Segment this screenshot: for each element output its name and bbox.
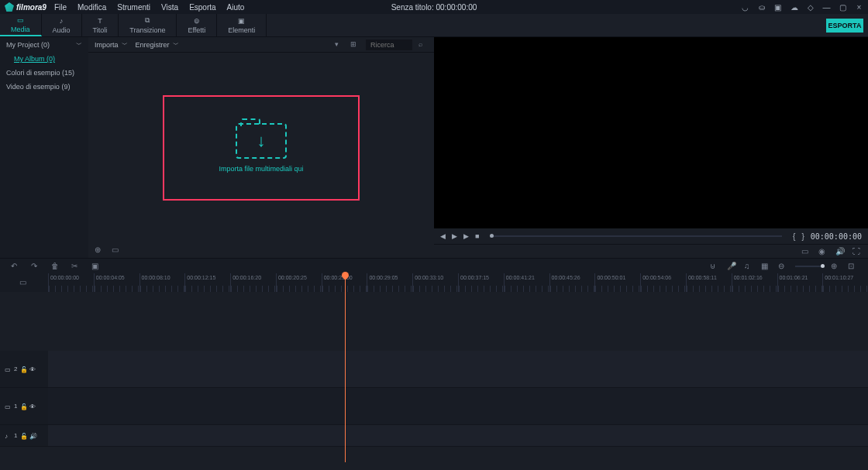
inbox-icon[interactable]: ▣ xyxy=(773,3,782,12)
sidebar-videos[interactable]: Video di esempio (9) xyxy=(0,80,88,94)
volume-icon[interactable]: 🔊 xyxy=(835,247,845,256)
bracket-right[interactable]: } xyxy=(801,232,804,241)
preview-panel: ◀ ▶ ▶ ■ { } 00:00:00:00 ▭ ◉ 🔊 ⛶ xyxy=(434,37,868,258)
tracks-area: ▭ 2 🔓 👁 ▭ 1 🔓 👁 ♪ 1 🔓 🔊 xyxy=(0,292,868,447)
tick: 00:00:37:15 xyxy=(458,273,504,292)
undo-icon[interactable]: ↶ xyxy=(11,262,20,271)
eye-icon[interactable]: 👁 xyxy=(29,366,36,372)
marker-icon[interactable]: ⊍ xyxy=(710,262,719,271)
tab-label: Elementi xyxy=(228,26,255,34)
lock-icon[interactable]: 🔓 xyxy=(20,433,26,439)
cloud-icon[interactable]: ☁ xyxy=(790,3,798,12)
video-track-2[interactable]: ▭ 2 🔓 👁 xyxy=(0,351,868,388)
transition-icon: ⧉ xyxy=(143,17,152,25)
eye-icon[interactable]: 👁 xyxy=(29,403,36,410)
track-body[interactable] xyxy=(48,388,868,424)
track-header: ▭ 2 🔓 👁 xyxy=(0,351,48,387)
zoom-in-icon[interactable]: ⊕ xyxy=(831,262,840,271)
menu-export[interactable]: Esporta xyxy=(189,3,215,12)
filter-icon[interactable]: ▾ xyxy=(335,40,344,50)
redo-icon[interactable]: ↷ xyxy=(31,262,40,271)
tab-elements[interactable]: ▣ Elementi xyxy=(217,14,267,36)
split-icon[interactable]: ✂ xyxy=(71,262,81,271)
sidebar-album[interactable]: My Album (0) xyxy=(0,52,88,66)
new-folder-icon[interactable]: ⊕ xyxy=(95,245,104,255)
playhead[interactable] xyxy=(345,273,346,462)
tick: 00:00:58:11 xyxy=(686,273,732,292)
tick: 00:00:08:10 xyxy=(140,273,185,292)
timeline-ruler[interactable]: ▭ 00:00:00:00 00:00:04:05 00:00:08:10 00… xyxy=(0,273,868,292)
tick: 00:01:10:27 xyxy=(822,273,868,292)
bracket-left[interactable]: { xyxy=(793,232,795,241)
track-body[interactable] xyxy=(48,351,868,387)
crop-icon[interactable]: ▣ xyxy=(91,262,101,271)
delete-icon[interactable]: 🗑 xyxy=(51,262,60,271)
lock-icon[interactable]: 🔓 xyxy=(20,366,26,372)
grid-icon[interactable]: ⊞ xyxy=(350,40,360,50)
snapshot-icon[interactable]: ◉ xyxy=(818,247,828,256)
zoom-out-icon[interactable]: ⊖ xyxy=(778,262,787,271)
video-track-1[interactable]: ▭ 1 🔓 👁 xyxy=(0,388,868,425)
tracks-icon[interactable]: ▭ xyxy=(19,278,29,287)
cart-icon[interactable]: ⛀ xyxy=(757,3,766,12)
tick: 00:01:02:16 xyxy=(732,273,777,292)
effects-icon: ⊚ xyxy=(192,17,202,25)
mixer-icon[interactable]: ♫ xyxy=(744,262,753,271)
menu-view[interactable]: Vista xyxy=(161,3,178,12)
bell-icon[interactable]: ◇ xyxy=(806,3,815,12)
export-button[interactable]: ESPORTA xyxy=(826,19,863,33)
video-icon: ▭ xyxy=(5,403,11,410)
media-toolbar: Importa﹀ Enregistrer﹀ ▾ ⊞ ⌕ xyxy=(88,37,434,53)
user-icon[interactable]: ◡ xyxy=(741,3,749,12)
track-body[interactable] xyxy=(48,425,868,446)
maximize-icon[interactable]: ▢ xyxy=(839,3,847,12)
preview-screen[interactable] xyxy=(434,37,868,228)
preview-slider[interactable] xyxy=(490,235,782,237)
monitor-icon[interactable]: ▭ xyxy=(801,247,811,256)
stop-button[interactable]: ■ xyxy=(475,232,479,240)
audio-icon: ♪ xyxy=(5,433,11,439)
tab-effects[interactable]: ⊚ Effetti xyxy=(177,14,217,36)
tab-media[interactable]: ▭ Media xyxy=(0,14,42,36)
render-icon[interactable]: ▦ xyxy=(761,262,770,271)
menu-help[interactable]: Aiuto xyxy=(227,3,245,12)
media-drop-area[interactable]: ↓ Importa file multimediali qui xyxy=(88,53,434,242)
zoom-fit-icon[interactable]: ⊡ xyxy=(848,262,857,271)
preview-tools: ▭ ◉ 🔊 ⛶ xyxy=(434,244,868,258)
logo-text: filmora9 xyxy=(16,3,46,12)
tab-transition[interactable]: ⧉ Transizione xyxy=(119,14,177,36)
mic-icon[interactable]: 🎤 xyxy=(727,262,736,271)
tick: 00:00:16:20 xyxy=(230,273,276,292)
minimize-icon[interactable]: — xyxy=(822,3,831,12)
menu-edit[interactable]: Modifica xyxy=(78,3,106,12)
play-button[interactable]: ▶ xyxy=(452,232,457,240)
mute-icon[interactable]: 🔊 xyxy=(29,433,36,439)
folder-icon: ▭ xyxy=(16,16,25,24)
ruler-ticks[interactable]: 00:00:00:00 00:00:04:05 00:00:08:10 00:0… xyxy=(48,273,868,292)
sidebar-project[interactable]: My Project (0)﹀ xyxy=(0,37,88,52)
close-icon[interactable]: × xyxy=(855,3,863,12)
folder-open-icon[interactable]: ▭ xyxy=(112,245,121,255)
record-dropdown[interactable]: Enregistrer﹀ xyxy=(136,40,179,49)
import-dropdown[interactable]: Importa﹀ xyxy=(95,40,128,49)
sidebar-colors[interactable]: Colori di esempio (15) xyxy=(0,66,88,80)
fullscreen-icon[interactable]: ⛶ xyxy=(852,247,862,256)
main-menu: File Modifica Strumenti Vista Esporta Ai… xyxy=(54,3,245,12)
audio-track-1[interactable]: ♪ 1 🔓 🔊 xyxy=(0,425,868,447)
titlebar: filmora9 File Modifica Strumenti Vista E… xyxy=(0,0,868,14)
next-button[interactable]: ▶ xyxy=(463,232,469,240)
track-header: ♪ 1 🔓 🔊 xyxy=(0,425,48,446)
tab-label: Audio xyxy=(53,26,71,34)
search-input[interactable] xyxy=(366,39,412,50)
tick: 00:00:54:06 xyxy=(640,273,686,292)
lock-icon[interactable]: 🔓 xyxy=(20,403,26,410)
menu-tools[interactable]: Strumenti xyxy=(117,3,150,12)
prev-button[interactable]: ◀ xyxy=(440,232,446,240)
arrow-down-icon: ↓ xyxy=(257,131,266,151)
search-icon[interactable]: ⌕ xyxy=(418,40,428,50)
tab-audio[interactable]: ♪ Audio xyxy=(42,14,82,36)
tab-titles[interactable]: T Titoli xyxy=(82,14,119,36)
menu-file[interactable]: File xyxy=(54,3,67,12)
zoom-slider[interactable] xyxy=(795,266,823,267)
tab-label: Titoli xyxy=(93,26,108,34)
